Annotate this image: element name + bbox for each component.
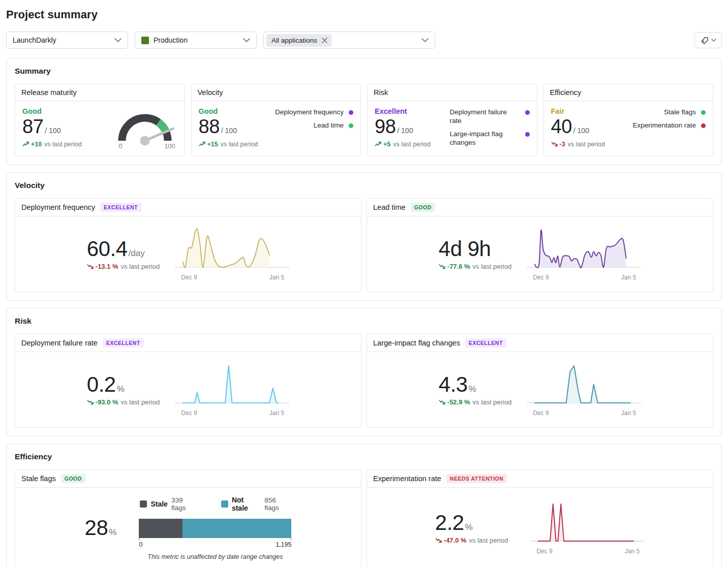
metric-card-deployment-failure-rate: Deployment failure rate EXCELLENT 0.2 % … (15, 334, 361, 428)
metric-stat: 4.3 % -52.9 % vs last period (439, 373, 511, 406)
metric-title: Large-impact flag changes (373, 339, 460, 347)
score: 40 / 100 (551, 116, 605, 138)
score: 88 / 100 (199, 116, 258, 138)
efficiency-heading: Efficiency (15, 452, 713, 461)
delta: +10 vs last period (22, 141, 82, 148)
legend-dot (701, 123, 706, 128)
metric-title: Lead time (373, 203, 406, 211)
filter-bar: LaunchDarkly Production All applications (6, 32, 722, 49)
legend-item: Large-impact flag changes (450, 130, 530, 147)
card-title: Efficiency (544, 84, 713, 101)
metric-stat: 0.2 % -93.0 % vs last period (87, 373, 160, 406)
score: 87 / 100 (22, 116, 82, 138)
metric-title: Deployment frequency (21, 203, 95, 211)
chevron-down-icon (421, 38, 429, 42)
metric-card-experimentation-rate: Experimentation rate NEEDS ATTENTION 2.2… (367, 469, 713, 567)
metric-card-stale-flags: Stale flags GOOD 28 % St (15, 469, 361, 567)
metric-note: This metric is unaffected by date range … (139, 553, 291, 560)
x-axis-label: Jan 5 (269, 410, 284, 417)
legend-swatch (140, 500, 147, 508)
x-axis-label: Dec 9 (181, 274, 197, 281)
efficiency-legend: Stale flags Experimentation rate (632, 107, 706, 150)
chevron-down-icon (114, 38, 122, 42)
legend-dot (525, 110, 530, 115)
trend-down-icon (87, 264, 94, 269)
svg-text:0: 0 (118, 143, 122, 150)
x-axis-label: Jan 5 (269, 274, 284, 281)
applications-chip-label: All applications (271, 37, 317, 44)
status-label: Excellent (375, 107, 431, 115)
delta: -77.6 % vs last period (439, 263, 511, 270)
legend-dot (701, 110, 706, 115)
card-title: Velocity (192, 84, 361, 101)
velocity-heading: Velocity (15, 181, 713, 190)
summary-card-efficiency: Efficiency Fair 40 / 100 -3 (543, 84, 714, 156)
x-axis-label: Jan 5 (625, 548, 640, 555)
large-impact-flag-changes-chart: Dec 9 Jan 5 (527, 363, 641, 417)
metric-stat: 60.4 /day -13.1 % vs last period (87, 238, 160, 270)
delta: -13.1 % vs last period (87, 263, 160, 270)
trend-down-icon (551, 141, 558, 147)
x-axis-label: Dec 9 (181, 410, 197, 417)
project-summary-page: Project summary LaunchDarkly Production … (0, 0, 728, 567)
status-badge: EXCELLENT (100, 203, 141, 212)
trend-down-icon (435, 538, 442, 543)
stale-flags-stacked-bar (139, 519, 291, 538)
legend-item: Experimentation rate (632, 121, 706, 130)
legend-item: Stale 339 flags (140, 496, 197, 512)
project-select-value: LaunchDarkly (13, 36, 56, 44)
chevron-down-icon (711, 39, 716, 42)
x-axis-label: Dec 9 (533, 410, 549, 417)
trend-up-icon (199, 141, 205, 147)
risk-heading: Risk (15, 317, 713, 326)
legend-item: Not stale 856 flags (221, 496, 292, 512)
metric-stat: 4d 9h -77.6 % vs last period (439, 238, 511, 270)
metric-title: Experimentation rate (373, 475, 441, 483)
summary-heading: Summary (15, 67, 713, 76)
status-badge: EXCELLENT (465, 338, 506, 348)
tag-filter-button[interactable] (694, 32, 722, 48)
summary-section: Summary Release maturity Good 87 / 100 (6, 58, 722, 165)
legend-dot (349, 123, 353, 128)
status-badge: GOOD (61, 474, 85, 483)
project-select[interactable]: LaunchDarkly (6, 32, 128, 49)
environment-color-swatch (141, 37, 149, 44)
legend-item: Deployment frequency (275, 108, 353, 117)
applications-select[interactable]: All applications (263, 32, 435, 49)
trend-down-icon (87, 399, 94, 405)
page-title: Project summary (6, 8, 722, 21)
metric-card-large-impact-flag-changes: Large-impact flag changes EXCELLENT 4.3 … (367, 334, 713, 428)
stale-flags-chart: Stale 339 flags Not stale 856 flags (139, 496, 291, 560)
environment-select[interactable]: Production (135, 32, 257, 49)
legend-dot (525, 132, 530, 137)
metric-title: Deployment failure rate (21, 339, 98, 347)
stale-segment (139, 519, 182, 538)
x-axis-max: 1,195 (276, 541, 291, 548)
card-title: Risk (368, 84, 537, 101)
status-badge: GOOD (411, 203, 435, 212)
trend-up-icon (375, 141, 381, 147)
risk-section: Risk Deployment failure rate EXCELLENT 0… (6, 308, 722, 436)
x-axis-label: Jan 5 (621, 274, 636, 281)
x-axis-label: Dec 9 (536, 548, 552, 555)
x-axis-min: 0 (139, 541, 142, 548)
score: 98 / 100 (375, 116, 431, 138)
delta: +5 vs last period (375, 141, 431, 148)
summary-card-velocity: Velocity Good 88 / 100 +15 (191, 84, 361, 156)
svg-text:100: 100 (164, 143, 175, 150)
summary-card-risk: Risk Excellent 98 / 100 +5 (367, 84, 537, 156)
summary-card-release-maturity: Release maturity Good 87 / 100 +10 (15, 84, 185, 156)
legend-item: Stale flags (664, 108, 706, 117)
chip-remove-icon[interactable] (322, 38, 327, 43)
deployment-failure-rate-chart: Dec 9 Jan 5 (175, 363, 289, 417)
deployment-frequency-chart: Dec 9 Jan 5 (175, 228, 289, 281)
chevron-down-icon (243, 38, 250, 42)
trend-up-icon (22, 141, 29, 147)
velocity-legend: Deployment frequency Lead time (275, 107, 353, 150)
status-label: Fair (551, 107, 605, 115)
environment-select-value: Production (154, 36, 188, 44)
efficiency-section: Efficiency Stale flags GOOD 28 % (6, 444, 722, 567)
status-badge: EXCELLENT (103, 338, 144, 348)
delta: -52.9 % vs last period (439, 398, 511, 406)
legend-item: Deployment failure rate (450, 108, 530, 125)
